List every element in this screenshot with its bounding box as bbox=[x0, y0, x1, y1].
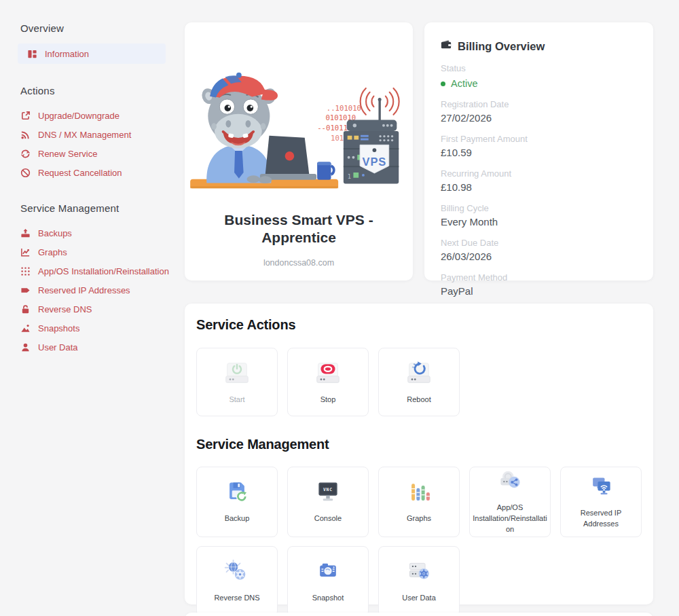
sidebar-item-request-cancellation[interactable]: Request Cancellation bbox=[20, 163, 174, 182]
app-os-tile[interactable]: App/OS Installation/Reinstallation bbox=[469, 467, 551, 537]
field-label: Billing Cycle bbox=[441, 203, 637, 213]
sidebar-item-label: Renew Service bbox=[38, 149, 97, 159]
field-value: 27/02/2026 bbox=[441, 112, 637, 124]
ip-monitors-icon bbox=[583, 474, 619, 501]
user-data-tile[interactable]: User Data bbox=[378, 546, 460, 616]
broadcast-icon bbox=[20, 130, 31, 140]
billing-overview-card: Billing Overview Status Active Registrat… bbox=[424, 22, 653, 280]
tag-icon bbox=[20, 285, 31, 295]
service-title: Business Smart VPS - Apprentice bbox=[197, 211, 401, 247]
service-overview-card: ..101010 0101010 --010111 1010 1 VPS bbox=[185, 22, 413, 280]
field-value: PayPal bbox=[441, 285, 637, 297]
tile-label: Backup bbox=[200, 513, 274, 524]
graphs-icon bbox=[20, 247, 31, 257]
field-label: Registration Date bbox=[441, 99, 637, 109]
graphs-tile[interactable]: Graphs bbox=[378, 467, 460, 537]
reverse-dns-tile[interactable]: Reverse DNS bbox=[196, 546, 278, 616]
sidebar-item-reserved-ip[interactable]: Reserved IP Addresses bbox=[20, 280, 174, 300]
sidebar-item-app-os[interactable]: App/OS Installation/Reinstallation bbox=[20, 261, 174, 280]
camera-icon bbox=[310, 559, 346, 586]
sidebar-item-information[interactable]: Information bbox=[18, 43, 166, 64]
status-badge: Active bbox=[441, 78, 637, 89]
backup-icon bbox=[20, 228, 31, 238]
svg-text:..101010: ..101010 bbox=[327, 104, 361, 113]
console-tile[interactable]: VNC Console bbox=[287, 467, 369, 537]
columns-icon bbox=[27, 49, 37, 59]
svg-text:1: 1 bbox=[348, 173, 351, 180]
sidebar-item-upgrade-downgrade[interactable]: Upgrade/Downgrade bbox=[20, 106, 174, 125]
billing-title: Billing Overview bbox=[458, 40, 545, 53]
tile-label: User Data bbox=[382, 593, 456, 604]
power-stop-icon bbox=[310, 359, 346, 388]
hippo-mascot-illustration: ..101010 0101010 --010111 1010 1 VPS bbox=[190, 67, 407, 194]
field-value: £10.59 bbox=[441, 147, 637, 158]
backup-tile[interactable]: Backup bbox=[196, 467, 278, 537]
sidebar-item-label: User Data bbox=[38, 342, 78, 352]
grid-icon bbox=[20, 266, 31, 276]
snapshot-tile[interactable]: Snapshot bbox=[287, 546, 369, 616]
tile-label: Console bbox=[291, 513, 365, 524]
status-dot-icon bbox=[441, 81, 445, 86]
field-label: First Payment Amount bbox=[441, 134, 637, 144]
power-start-icon bbox=[219, 359, 255, 388]
sidebar-item-snapshots[interactable]: Snapshots bbox=[20, 319, 174, 338]
field-value: Every Month bbox=[441, 216, 637, 228]
floppy-backup-icon bbox=[219, 479, 255, 507]
sidebar-item-label: Reverse DNS bbox=[38, 304, 92, 314]
reserved-ip-tile[interactable]: Reserved IP Addresses bbox=[560, 467, 642, 537]
sidebar-item-reverse-dns[interactable]: Reverse DNS bbox=[20, 300, 174, 319]
cancel-icon bbox=[20, 168, 31, 178]
server-gear-icon bbox=[401, 559, 437, 586]
status-value: Active bbox=[451, 78, 478, 89]
service-actions-card: Service Actions Start bbox=[185, 304, 653, 604]
app-os-icon bbox=[492, 469, 528, 496]
reboot-button[interactable]: Reboot bbox=[378, 348, 460, 416]
user-icon bbox=[20, 342, 31, 352]
sidebar-item-label: Upgrade/Downgrade bbox=[38, 111, 120, 121]
service-management-row-2: Reverse DNS Snapshot bbox=[196, 546, 642, 616]
reboot-icon bbox=[401, 359, 437, 388]
start-button[interactable]: Start bbox=[196, 348, 278, 416]
sidebar-item-graphs[interactable]: Graphs bbox=[20, 242, 174, 261]
next-section-card bbox=[185, 613, 653, 616]
svg-text:VNC: VNC bbox=[323, 487, 333, 492]
service-actions-row: Start Stop bbox=[196, 348, 642, 416]
vnc-console-icon: VNC bbox=[310, 479, 346, 507]
service-domain: londoncssa08.com bbox=[185, 258, 413, 268]
status-label: Status bbox=[441, 63, 637, 73]
field-label: Recurring Amount bbox=[441, 168, 637, 179]
image-icon bbox=[20, 323, 31, 333]
stop-button[interactable]: Stop bbox=[287, 348, 369, 416]
network-gear-icon bbox=[219, 559, 255, 586]
sidebar-item-backups[interactable]: Backups bbox=[20, 223, 174, 242]
sidebar-section-service-management: Service Management bbox=[20, 202, 174, 214]
tile-label: Stop bbox=[291, 395, 365, 405]
tile-label: Reserved IP Addresses bbox=[564, 508, 638, 530]
renew-icon bbox=[20, 149, 31, 159]
sidebar-item-label: Reserved IP Addresses bbox=[38, 285, 130, 295]
sidebar-item-dns-mx[interactable]: DNS / MX Management bbox=[20, 125, 174, 144]
service-management-row-1: Backup VNC Console bbox=[196, 467, 642, 537]
sidebar-section-overview: Overview bbox=[20, 22, 174, 34]
wallet-icon bbox=[441, 39, 452, 53]
upgrade-icon bbox=[20, 111, 31, 121]
tile-label: Reverse DNS bbox=[200, 593, 274, 604]
service-actions-heading: Service Actions bbox=[196, 317, 642, 333]
tile-label: App/OS Installation/Reinstallation bbox=[473, 503, 547, 535]
sidebar-item-label: DNS / MX Management bbox=[38, 130, 131, 140]
field-value: £10.98 bbox=[441, 181, 637, 193]
tile-label: Reboot bbox=[382, 395, 456, 405]
field-label: Payment Method bbox=[441, 272, 637, 283]
sidebar-item-label: App/OS Installation/Reinstallation bbox=[38, 266, 169, 276]
service-management-heading: Service Management bbox=[196, 437, 642, 452]
sidebar-item-label: Information bbox=[45, 49, 89, 59]
sidebar-item-renew-service[interactable]: Renew Service bbox=[20, 144, 174, 163]
sidebar-item-label: Backups bbox=[38, 228, 72, 238]
sidebar-item-user-data[interactable]: User Data bbox=[20, 338, 174, 357]
sidebar-section-actions: Actions bbox=[20, 85, 174, 96]
sidebar-item-label: Snapshots bbox=[38, 323, 79, 333]
sidebar-item-label: Graphs bbox=[38, 247, 67, 257]
sidebar-item-label: Request Cancellation bbox=[38, 168, 122, 178]
sidebar: Overview Information Actions Upgrade/Dow… bbox=[0, 0, 174, 616]
lock-icon bbox=[20, 304, 31, 314]
